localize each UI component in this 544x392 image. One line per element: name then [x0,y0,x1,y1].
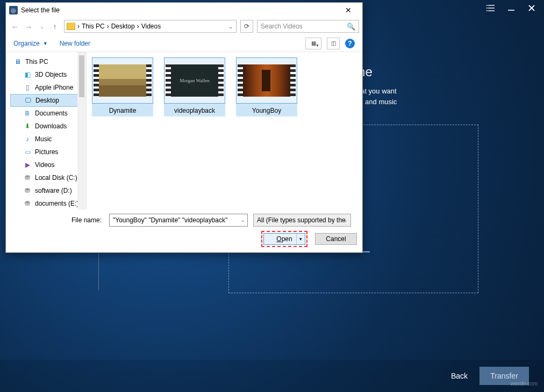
file-type-filter[interactable]: All (File types supported by the ⌄ [253,214,351,227]
file-thumbnail [236,57,297,104]
nav-forward-icon: → [23,20,34,32]
action-row: Open ▾ Cancel [6,229,362,252]
filename-value: "YoungBoy" "Dynamite" "videoplayback" [113,216,227,224]
crumb-sep: › [77,23,80,30]
nav-back-icon[interactable]: ← [9,20,21,32]
filter-label: All (File types supported by the [257,216,346,224]
tree-item-icon: ▶ [23,161,32,169]
help-button[interactable]: ? [345,39,355,48]
tree-item-documents-e-[interactable]: ⛃documents (E:) [10,197,86,210]
file-thumbnail [92,57,153,104]
tree-root-label: This PC [25,58,48,66]
open-button-highlight: Open ▾ [261,231,307,247]
tree-item-label: Apple iPhone [35,84,73,91]
file-item-videoplayback[interactable]: Morgan Wallenvideoplayback [164,57,225,117]
chevron-down-icon[interactable]: ⌄ [343,217,348,223]
tree-this-pc[interactable]: 🖥 This PC [10,55,86,68]
file-thumbnail: Morgan Wallen [164,57,225,104]
tree-item-icon: 🗎 [23,110,32,117]
minimize-icon[interactable] [506,3,516,13]
chevron-down-icon: ▼ [316,43,319,47]
file-label: videoplayback [164,107,225,114]
preview-pane-button[interactable]: ◫ [327,38,340,49]
crumb-desktop[interactable]: Desktop [111,23,135,30]
bottom-bar: Back Transfer [0,360,544,392]
file-item-youngboy[interactable]: YoungBoy [236,57,297,117]
tree-item-software-d-[interactable]: ⛃software (D:) [10,184,86,197]
tree-item-desktop[interactable]: 🖵Desktop [10,94,86,107]
tree-item-label: Videos [35,161,54,169]
file-label: YoungBoy [236,107,297,114]
tree-item-videos[interactable]: ▶Videos [10,158,86,171]
tree-item-label: Documents [35,110,68,117]
tree-item-3d-objects[interactable]: ◧3D Objects [10,68,86,81]
search-icon: 🔍 [347,23,355,31]
file-item-dynamite[interactable]: Dynamite [92,57,153,117]
svg-point-4 [486,8,488,9]
crumb-sep: › [137,23,139,30]
watermark: wsxdn.com [511,381,538,387]
filename-row: File name: "YoungBoy" "Dynamite" "videop… [6,209,362,229]
back-button[interactable]: Back [451,372,468,380]
tree-item-icon: ⛃ [23,200,32,207]
list-icon[interactable] [486,3,496,13]
tree-item-label: software (D:) [35,187,72,194]
filename-input[interactable]: "YoungBoy" "Dynamite" "videoplayback" ⌄ [109,214,248,227]
tree-item-icon: ⛃ [23,187,32,194]
crumb-videos[interactable]: Videos [141,23,161,30]
search-input[interactable]: Search Videos 🔍 [257,20,359,33]
close-icon[interactable] [527,3,536,13]
tree-item-downloads[interactable]: ⬇Downloads [10,120,86,133]
nav-recent-icon[interactable]: ⌄ [36,20,48,32]
address-bar[interactable]: › This PC › Desktop › Videos ⌄ [64,20,237,33]
file-label: Dynamite [92,107,153,114]
toolbar: Organize ▼ New folder ▦▼ ◫ ? [6,35,362,52]
cancel-button[interactable]: Cancel [315,233,357,245]
tree-item-label: Pictures [35,148,58,156]
dialog-title: Select the file [21,6,338,14]
tree-item-documents[interactable]: 🗎Documents [10,107,86,120]
svg-point-5 [486,10,488,11]
tree-item-label: Local Disk (C:) [35,174,77,182]
open-button[interactable]: Open ▾ [263,233,305,245]
refresh-button[interactable]: ⟳ [240,20,253,33]
crumb-sep: › [107,23,109,30]
crumb-this-pc[interactable]: This PC [82,23,105,30]
tree-item-label: Desktop [35,97,59,104]
chevron-down-icon: ▼ [43,41,48,46]
nav-up-icon[interactable]: ↑ [49,21,60,32]
tree-item-music[interactable]: ♪Music [10,133,86,146]
tree-scrollbar[interactable] [77,52,86,209]
address-dropdown-icon[interactable]: ⌄ [227,24,234,30]
tree-item-label: documents (E:) [35,200,78,207]
files-pane[interactable]: DynamiteMorgan WallenvideoplaybackYoungB… [87,52,362,209]
folder-icon [67,23,75,30]
chevron-down-icon[interactable]: ⌄ [241,217,245,223]
organize-button[interactable]: Organize ▼ [13,40,48,47]
new-folder-button[interactable]: New folder [60,40,90,47]
tree-item-icon: ♪ [23,135,32,143]
scroll-thumb[interactable] [79,55,84,97]
nav-tree: 🖥 This PC ◧3D Objects▯Apple iPhone🖵Deskt… [6,52,87,209]
organize-label: Organize [13,40,40,47]
tree-item-apple-iphone[interactable]: ▯Apple iPhone [10,81,86,94]
view-mode-button[interactable]: ▦▼ [305,38,321,49]
dialog-close-button[interactable]: ✕ [338,3,359,17]
app-icon: ◎ [9,6,18,14]
tree-item-label: 3D Objects [35,71,67,78]
pc-icon: 🖥 [13,58,22,66]
file-dialog: ◎ Select the file ✕ ← → ⌄ ↑ › This PC › … [5,2,363,253]
tree-item-icon: ◧ [23,71,32,78]
open-label: Open [276,235,292,243]
tree-item-label: Music [35,135,52,143]
tree-item-label: Downloads [35,122,67,130]
svg-point-3 [486,5,488,6]
dialog-titlebar: ◎ Select the file ✕ [6,3,362,18]
nav-bar: ← → ⌄ ↑ › This PC › Desktop › Videos ⌄ ⟳… [6,18,362,35]
open-split-icon[interactable]: ▾ [296,234,305,244]
search-placeholder: Search Videos [261,23,303,30]
tree-item-icon: ▯ [23,84,32,91]
tree-item-local-disk-c-[interactable]: ⛃Local Disk (C:) [10,171,86,184]
tree-item-pictures[interactable]: ▭Pictures [10,146,86,158]
filename-label: File name: [11,216,104,224]
